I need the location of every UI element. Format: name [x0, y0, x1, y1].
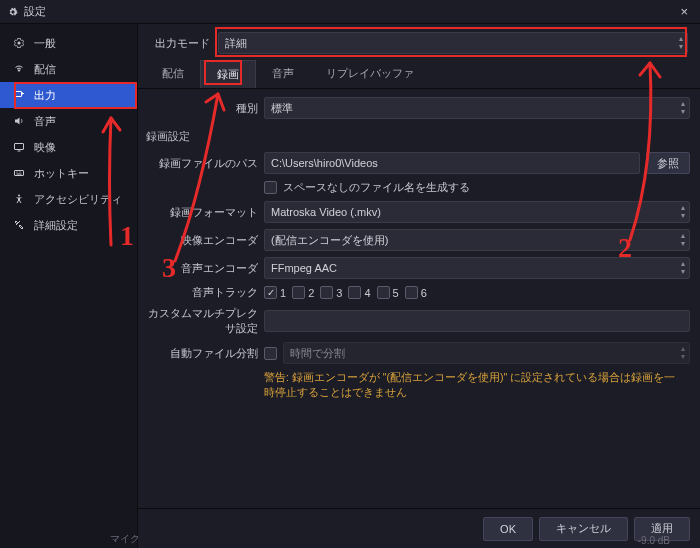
gear-icon — [8, 7, 18, 17]
sidebar-item-label: アクセシビリティ — [34, 192, 122, 207]
status-mic: マイク — [110, 532, 140, 546]
audio-track-label: 音声トラック — [144, 285, 258, 300]
audio-encoder-label: 音声エンコーダ — [144, 261, 258, 276]
video-encoder-label: 映像エンコーダ — [144, 233, 258, 248]
sidebar: 一般 配信 出力 音声 映像 ホットキー — [0, 24, 138, 548]
sidebar-item-label: 出力 — [34, 88, 56, 103]
status-db: -9.0 dB — [638, 535, 670, 546]
sidebar-item-label: 配信 — [34, 62, 56, 77]
sidebar-item-output[interactable]: 出力 — [0, 82, 137, 108]
svg-rect-4 — [15, 171, 24, 176]
speaker-icon — [12, 114, 26, 128]
svg-point-5 — [18, 195, 20, 197]
accessibility-icon — [12, 192, 26, 206]
sidebar-item-label: 詳細設定 — [34, 218, 78, 233]
sidebar-item-label: 映像 — [34, 140, 56, 155]
sidebar-item-label: 一般 — [34, 36, 56, 51]
tab-recording[interactable]: 録画 — [200, 60, 256, 88]
ok-button[interactable]: OK — [483, 517, 533, 541]
recording-format-label: 録画フォーマット — [144, 205, 258, 220]
recording-path-label: 録画ファイルのパス — [144, 156, 258, 171]
audio-track-6-checkbox[interactable] — [405, 286, 418, 299]
output-mode-select[interactable]: 詳細 ▴ ▾ — [218, 32, 688, 54]
sidebar-item-advanced[interactable]: 詳細設定 — [0, 212, 137, 238]
sidebar-item-hotkeys[interactable]: ホットキー — [0, 160, 137, 186]
auto-split-mode-select[interactable]: 時間で分割 ▴ ▾ — [283, 342, 690, 364]
video-encoder-select[interactable]: (配信エンコーダを使用) ▴ ▾ — [264, 229, 690, 251]
cancel-button[interactable]: キャンセル — [539, 517, 628, 541]
sidebar-item-label: ホットキー — [34, 166, 89, 181]
sidebar-item-video[interactable]: 映像 — [0, 134, 137, 160]
recording-path-input[interactable]: C:\Users\hiro0\Videos — [264, 152, 640, 174]
sidebar-item-accessibility[interactable]: アクセシビリティ — [0, 186, 137, 212]
gear-icon — [12, 36, 26, 50]
auto-split-label: 自動ファイル分割 — [144, 346, 258, 361]
sidebar-item-general[interactable]: 一般 — [0, 30, 137, 56]
svg-rect-3 — [15, 144, 24, 150]
recording-format-select[interactable]: Matroska Video (.mkv) ▴ ▾ — [264, 201, 690, 223]
nospace-filename-label: スペースなしのファイル名を生成する — [283, 180, 470, 195]
encoder-warning: 警告: 録画エンコーダが "(配信エンコーダを使用)" に設定されている場合は録… — [144, 370, 690, 399]
chevron-down-icon: ▾ — [681, 212, 685, 220]
svg-rect-2 — [15, 92, 22, 97]
output-icon — [12, 88, 26, 102]
keyboard-icon — [12, 166, 26, 180]
window-title: 設定 — [24, 4, 46, 19]
chevron-down-icon: ▾ — [681, 353, 685, 361]
type-label: 種別 — [144, 101, 258, 116]
audio-track-2-checkbox[interactable] — [292, 286, 305, 299]
tools-icon — [12, 218, 26, 232]
sidebar-item-stream[interactable]: 配信 — [0, 56, 137, 82]
tab-replay-buffer[interactable]: リプレイバッファ — [310, 60, 430, 88]
sidebar-item-audio[interactable]: 音声 — [0, 108, 137, 134]
custom-mux-label: カスタムマルチプレクサ設定 — [144, 306, 258, 336]
audio-track-5-checkbox[interactable] — [377, 286, 390, 299]
output-mode-label: 出力モード — [150, 36, 210, 51]
audio-track-3-checkbox[interactable] — [320, 286, 333, 299]
section-recording-settings: 録画設定 — [146, 129, 690, 144]
audio-track-1-checkbox[interactable] — [264, 286, 277, 299]
tab-stream[interactable]: 配信 — [146, 60, 200, 88]
audio-encoder-select[interactable]: FFmpeg AAC ▴ ▾ — [264, 257, 690, 279]
chevron-down-icon: ▾ — [679, 43, 683, 51]
custom-mux-input[interactable] — [264, 310, 690, 332]
close-button[interactable]: × — [676, 4, 692, 19]
svg-point-1 — [18, 70, 20, 72]
display-icon — [12, 140, 26, 154]
auto-split-checkbox[interactable] — [264, 347, 277, 360]
chevron-down-icon: ▾ — [681, 240, 685, 248]
audio-track-4-checkbox[interactable] — [348, 286, 361, 299]
sidebar-item-label: 音声 — [34, 114, 56, 129]
chevron-down-icon: ▾ — [681, 108, 685, 116]
svg-point-0 — [18, 42, 21, 45]
tab-audio[interactable]: 音声 — [256, 60, 310, 88]
browse-button[interactable]: 参照 — [646, 152, 690, 174]
type-select[interactable]: 標準 ▴ ▾ — [264, 97, 690, 119]
nospace-filename-checkbox[interactable] — [264, 181, 277, 194]
antenna-icon — [12, 62, 26, 76]
chevron-down-icon: ▾ — [681, 268, 685, 276]
